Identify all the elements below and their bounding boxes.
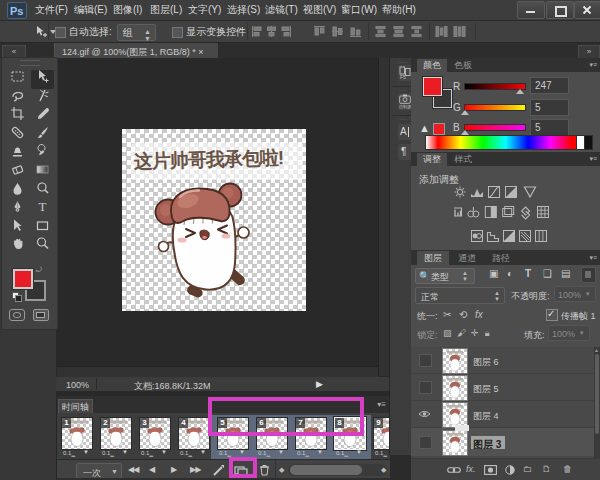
svg-text:T: T (38, 199, 46, 214)
svg-text:F5: F5 (400, 74, 406, 80)
svg-text:这片帅哥我承包啦!: 这片帅哥我承包啦! (133, 147, 284, 172)
